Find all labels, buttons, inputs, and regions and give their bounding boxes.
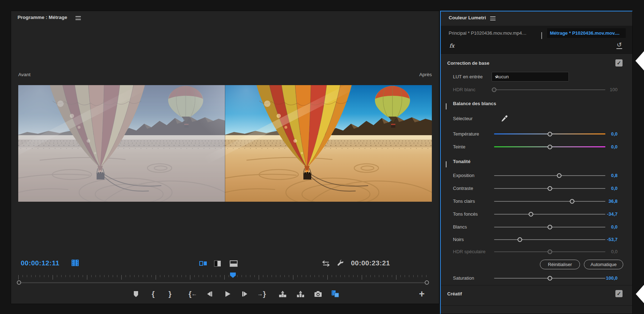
slider-value[interactable]: 0,0 bbox=[592, 223, 618, 231]
slider-track[interactable] bbox=[494, 214, 605, 215]
slider-handle[interactable] bbox=[570, 199, 574, 204]
slider-track[interactable] bbox=[494, 175, 605, 176]
ruler-tick bbox=[357, 275, 358, 277]
slider-value[interactable]: 0,0 bbox=[592, 130, 618, 138]
section-label[interactable]: Correction de base bbox=[447, 59, 489, 68]
play-button[interactable] bbox=[223, 289, 232, 299]
lift-button[interactable] bbox=[278, 289, 287, 299]
slider-track[interactable] bbox=[494, 227, 605, 227]
ruler-tick bbox=[340, 275, 341, 277]
section-basic-correction[interactable]: Correction de base ✓ bbox=[441, 59, 632, 68]
slider-handle[interactable] bbox=[547, 186, 552, 191]
sequence-clip-tab[interactable]: Métrage * P1020436.mov.mov.... bbox=[547, 28, 626, 38]
lut-dropdown[interactable]: Aucun bbox=[492, 72, 569, 82]
zoom-scrollbar-right-handle[interactable] bbox=[425, 280, 429, 285]
slider-track[interactable] bbox=[494, 146, 605, 147]
ruler-tick bbox=[306, 275, 306, 277]
eyedropper-button[interactable] bbox=[500, 115, 508, 123]
section-creative[interactable]: Créatif ✓ bbox=[441, 290, 632, 298]
comparison-film-button[interactable] bbox=[70, 258, 80, 268]
slider-handle[interactable] bbox=[547, 250, 552, 254]
ruler-tick bbox=[151, 275, 152, 277]
ruler-tick bbox=[108, 275, 109, 277]
go-to-in-button[interactable]: {← bbox=[187, 289, 199, 299]
slider-value[interactable]: -53,7 bbox=[592, 235, 618, 244]
slider-track[interactable] bbox=[494, 201, 605, 202]
settings-wrench-button[interactable] bbox=[335, 259, 345, 269]
marker-icon bbox=[132, 290, 140, 298]
section-white-balance[interactable]: Balance des blancs bbox=[441, 99, 632, 108]
slider-handle[interactable] bbox=[547, 144, 552, 149]
ruler-tick bbox=[53, 275, 53, 280]
export-frame-button[interactable] bbox=[313, 289, 323, 299]
slider-track[interactable] bbox=[494, 89, 605, 90]
slider-value[interactable]: 100,0 bbox=[592, 274, 618, 283]
wb-selector-row: Sélecteur bbox=[441, 114, 632, 123]
slider-value[interactable]: 0,0 bbox=[592, 184, 618, 193]
extract-button[interactable] bbox=[296, 289, 305, 299]
creative-checkbox[interactable]: ✓ bbox=[615, 290, 623, 297]
slider-handle[interactable] bbox=[547, 225, 552, 230]
section-tone[interactable]: Tonalité bbox=[441, 157, 632, 166]
chevron-down-icon[interactable] bbox=[541, 32, 542, 39]
slider-track[interactable] bbox=[494, 133, 605, 134]
section-label[interactable]: Créatif bbox=[447, 290, 462, 298]
slider-contrast: Contraste 0,0 bbox=[441, 184, 632, 193]
ruler-tick bbox=[383, 275, 384, 277]
go-to-out-button[interactable]: →} bbox=[256, 289, 267, 299]
program-panel-title: Programme : Métrage bbox=[18, 15, 67, 20]
layout-vertical-split-button[interactable] bbox=[213, 259, 223, 269]
slider-handle[interactable] bbox=[547, 132, 552, 136]
zoom-scrollbar-left-handle[interactable] bbox=[17, 280, 21, 285]
zoom-scrollbar[interactable] bbox=[17, 280, 429, 285]
ruler-tick bbox=[74, 275, 74, 277]
layout-side-by-side-button[interactable] bbox=[198, 259, 208, 269]
slider-whites: Blancs 0,0 bbox=[441, 223, 632, 231]
slider-track[interactable] bbox=[494, 278, 605, 279]
comparison-view-button[interactable] bbox=[331, 289, 340, 299]
slider-track[interactable] bbox=[494, 188, 605, 189]
panel-menu-icon[interactable] bbox=[75, 16, 81, 20]
auto-button[interactable]: Automatique bbox=[584, 260, 623, 269]
video-comparison-viewer[interactable] bbox=[18, 85, 432, 202]
slider-value[interactable]: 0,8 bbox=[592, 171, 618, 180]
master-clip-tab[interactable]: Principal * P1020436.mov.mov.mp4… bbox=[449, 30, 538, 36]
slider-handle[interactable] bbox=[517, 237, 522, 242]
mark-out-button[interactable]: } bbox=[165, 289, 175, 299]
lumetri-header: Couleur Lumetri bbox=[441, 11, 632, 24]
mark-out-icon: } bbox=[169, 290, 171, 298]
layout-horizontal-split-button[interactable] bbox=[229, 259, 239, 269]
mark-in-button[interactable]: { bbox=[148, 289, 158, 299]
slider-value[interactable]: 0,0 bbox=[592, 143, 618, 151]
slider-value[interactable]: 36,8 bbox=[592, 197, 618, 206]
slider-track[interactable] bbox=[494, 239, 605, 240]
slider-value[interactable]: 0,0 bbox=[592, 247, 618, 256]
chevron-down-icon[interactable] bbox=[446, 102, 447, 111]
slider-handle[interactable] bbox=[492, 88, 497, 92]
ruler-tick bbox=[23, 275, 23, 277]
slider-value[interactable]: 100 bbox=[592, 85, 618, 94]
reset-button[interactable]: Réinitialiser bbox=[540, 260, 580, 269]
slider-handle[interactable] bbox=[528, 212, 533, 217]
slider-track[interactable] bbox=[494, 251, 605, 252]
step-back-button[interactable] bbox=[205, 289, 214, 299]
panel-menu-icon[interactable] bbox=[490, 16, 496, 20]
slider-value[interactable]: -34,7 bbox=[592, 210, 618, 219]
add-marker-button[interactable] bbox=[131, 289, 141, 299]
add-button[interactable]: + bbox=[417, 289, 426, 299]
basic-correction-checkbox[interactable]: ✓ bbox=[615, 59, 623, 67]
ruler-tick bbox=[40, 275, 40, 277]
step-forward-button[interactable] bbox=[240, 289, 249, 299]
chevron-down-icon[interactable] bbox=[446, 160, 447, 168]
section-label[interactable]: Balance des blancs bbox=[453, 99, 496, 108]
reset-effects-icon[interactable]: ↺ bbox=[616, 41, 622, 49]
ruler-tick bbox=[194, 275, 195, 277]
slider-handle[interactable] bbox=[547, 276, 552, 281]
section-label[interactable]: Tonalité bbox=[453, 157, 470, 166]
ruler-tick bbox=[229, 275, 229, 277]
slider-handle[interactable] bbox=[557, 173, 561, 178]
zoom-scrollbar-bar[interactable] bbox=[20, 282, 425, 283]
current-timecode[interactable]: 00:00:12:11 bbox=[21, 259, 59, 267]
swap-sides-button[interactable] bbox=[321, 259, 331, 269]
ruler-tick bbox=[207, 275, 208, 277]
